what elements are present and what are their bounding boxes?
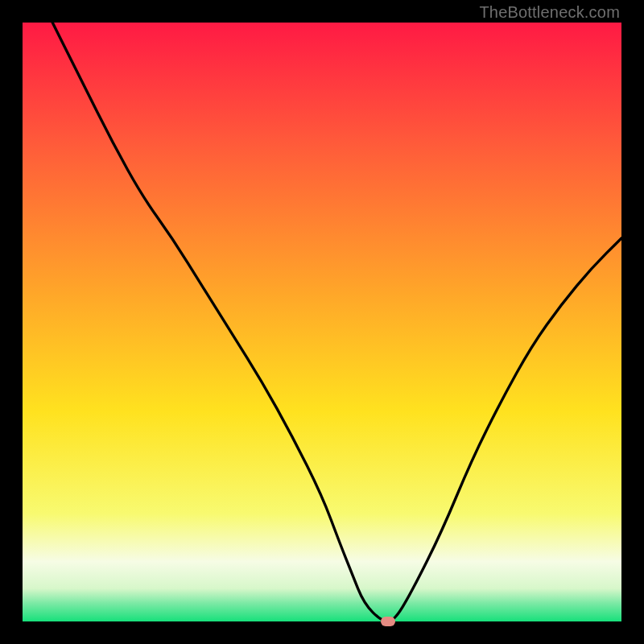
plot-area xyxy=(23,23,621,621)
watermark-text: TheBottleneck.com xyxy=(479,3,620,22)
chart-frame: TheBottleneck.com xyxy=(0,0,644,644)
highlight-point xyxy=(381,617,395,626)
bottleneck-curve xyxy=(23,23,621,621)
